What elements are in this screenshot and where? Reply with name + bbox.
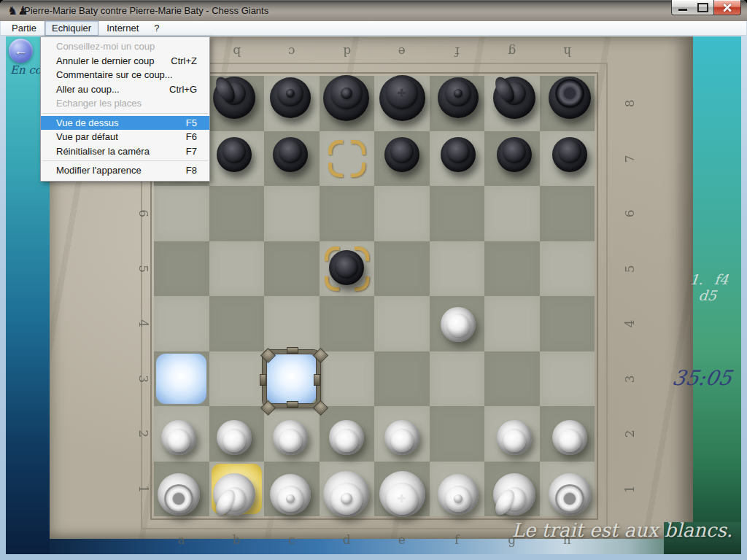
pawn-top	[503, 429, 526, 452]
piece-white-pawn-b2[interactable]	[207, 411, 263, 466]
queen-knob	[341, 88, 352, 99]
piece-white-king-e1[interactable]: ✚	[375, 467, 430, 522]
square-g3[interactable]	[484, 351, 540, 407]
menu-item-vue-par-defaut[interactable]: Vue par défautF6	[41, 130, 209, 144]
piece-black-bishop-c8[interactable]	[263, 70, 318, 125]
pawn-top	[222, 140, 246, 163]
piece-white-pawn-g2[interactable]	[487, 411, 542, 466]
square-c4[interactable]	[264, 296, 320, 351]
menubar-item-echiquier[interactable]: Echiquier	[44, 20, 98, 36]
menu-item-vue-de-dessus[interactable]: Vue de dessusF5	[41, 116, 209, 131]
menu-item-annuler-le-dernier-coup[interactable]: Annuler le dernier coupCtrl+Z	[41, 54, 209, 69]
piece-white-rook-a1[interactable]	[151, 467, 206, 522]
menu-item-reinitialiser-la-camera[interactable]: Réinitialiser la caméraF7	[41, 144, 209, 159]
square-b3[interactable]	[209, 351, 265, 407]
move-history: 1. f4 d5	[676, 271, 741, 303]
piece-black-pawn-d5[interactable]	[319, 240, 374, 295]
square-e5[interactable]	[374, 241, 430, 297]
square-d6[interactable]	[320, 186, 375, 241]
highlight-frame-c3	[264, 351, 320, 407]
piece-white-bishop-f1[interactable]	[430, 467, 486, 522]
file-label-bottom-b: b	[209, 531, 265, 548]
square-f2[interactable]	[430, 406, 485, 462]
square-h6[interactable]	[540, 186, 595, 241]
square-c5[interactable]	[264, 241, 320, 297]
pawn-top	[167, 429, 190, 452]
app-window: ♞♟ Pierre-Marie Baty contre Pierre-Marie…	[0, 0, 747, 560]
square-c6[interactable]	[264, 186, 320, 241]
square-f3[interactable]	[430, 351, 485, 407]
frame-ornament	[287, 401, 298, 408]
piece-white-knight-g1[interactable]	[487, 467, 542, 522]
pawn-top	[335, 429, 358, 452]
piece-black-rook-h8[interactable]	[543, 70, 598, 125]
square-d4[interactable]	[320, 296, 375, 351]
menubar-item-help[interactable]: ?	[147, 20, 166, 36]
piece-white-rook-h1[interactable]	[543, 467, 598, 522]
piece-black-pawn-b7[interactable]	[207, 127, 263, 182]
square-g4[interactable]	[484, 296, 540, 351]
square-e6[interactable]	[374, 186, 430, 241]
piece-white-pawn-f4[interactable]	[430, 297, 486, 352]
square-f5[interactable]	[430, 241, 485, 297]
minimize-button[interactable]	[671, 0, 694, 15]
square-e4[interactable]	[374, 296, 430, 351]
square-g6[interactable]	[484, 186, 540, 241]
back-arrow-icon: ←	[14, 43, 28, 59]
piece-white-pawn-d2[interactable]	[319, 411, 374, 466]
rank-label-left-5: 5	[116, 259, 171, 278]
menubar-item-internet[interactable]: Internet	[99, 20, 146, 36]
piece-white-knight-b1[interactable]	[207, 467, 263, 522]
square-h3[interactable]	[540, 351, 595, 407]
menu-separator	[42, 160, 208, 161]
menu-item-commentaire-sur-ce-coup[interactable]: Commentaire sur ce coup...	[41, 68, 209, 82]
square-h4[interactable]	[540, 296, 595, 351]
maximize-button[interactable]	[692, 0, 713, 15]
menu-separator	[42, 113, 208, 114]
square-d3[interactable]	[320, 351, 375, 407]
menubar: PartieEchiquierInternet?	[1, 21, 746, 36]
piece-black-pawn-e7[interactable]	[375, 127, 430, 182]
window-title: Pierre-Marie Baty contre Pierre-Marie Ba…	[24, 5, 268, 16]
rank-label-right-1: 1	[602, 479, 657, 498]
rook-top	[164, 484, 193, 513]
rook-top	[555, 484, 584, 513]
queen-knob	[341, 493, 352, 505]
piece-black-king-e8[interactable]: ✚	[375, 70, 430, 125]
turn-message: Le trait est aux blancs.	[512, 519, 732, 541]
square-h5[interactable]	[540, 241, 595, 297]
close-button[interactable]	[713, 0, 741, 15]
menubar-item-partie[interactable]: Partie	[4, 20, 44, 36]
piece-black-pawn-g7[interactable]	[487, 127, 542, 182]
pawn-top	[446, 140, 470, 163]
piece-black-bishop-f8[interactable]	[430, 70, 486, 125]
back-button[interactable]: ←	[9, 39, 33, 63]
square-b5[interactable]	[209, 241, 265, 297]
file-label-top-f: f	[430, 42, 485, 61]
piece-white-queen-d1[interactable]	[319, 467, 374, 522]
piece-black-pawn-h7[interactable]	[543, 127, 598, 182]
piece-black-queen-d8[interactable]	[319, 70, 374, 125]
titlebar[interactable]: ♞♟ Pierre-Marie Baty contre Pierre-Marie…	[0, 0, 747, 21]
rank-label-left-4: 4	[116, 314, 171, 333]
pawn-top	[558, 140, 581, 163]
piece-black-knight-b8[interactable]	[207, 70, 263, 125]
piece-white-bishop-c1[interactable]	[263, 467, 318, 522]
last-move-marker-br	[351, 163, 365, 177]
piece-white-pawn-a2[interactable]	[151, 411, 206, 466]
pawn-top	[503, 140, 526, 163]
square-f6[interactable]	[430, 186, 485, 241]
piece-white-pawn-e2[interactable]	[375, 411, 430, 466]
square-b6[interactable]	[209, 186, 265, 241]
menu-item-aller-au-coup[interactable]: Aller au coup...Ctrl+G	[41, 82, 209, 97]
piece-white-pawn-c2[interactable]	[263, 411, 318, 466]
piece-white-pawn-h2[interactable]	[543, 411, 598, 466]
square-g5[interactable]	[484, 241, 540, 297]
piece-black-pawn-f7[interactable]	[430, 127, 486, 182]
piece-black-pawn-c7[interactable]	[263, 127, 318, 182]
menu-item-modifier-l-apparence[interactable]: Modifier l'apparenceF8	[41, 163, 209, 178]
square-e3[interactable]	[374, 351, 430, 407]
frame-ornament	[287, 347, 298, 354]
piece-black-knight-g8[interactable]	[487, 70, 542, 125]
square-b4[interactable]	[209, 296, 265, 351]
